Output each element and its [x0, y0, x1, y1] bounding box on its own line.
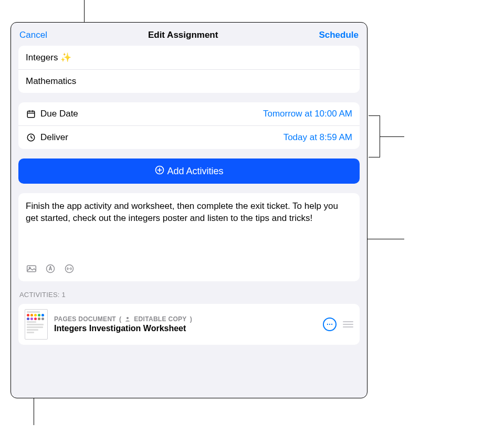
header: Cancel Edit Assignment Schedule [11, 23, 367, 46]
instructions-card: Finish the app activity and worksheet, t… [18, 193, 360, 281]
photo-icon[interactable] [26, 263, 37, 274]
svg-point-15 [327, 324, 328, 325]
assignment-class-field[interactable]: Mathematics [18, 69, 360, 93]
deliver-value: Today at 8:59 AM [284, 132, 352, 143]
schedule-button[interactable]: Schedule [319, 30, 359, 40]
more-button[interactable] [323, 318, 337, 331]
clock-icon [26, 132, 36, 143]
activity-title: Integers Investigation Worksheet [54, 324, 317, 333]
assignment-class-value: Mathematics [26, 76, 76, 86]
svg-line-6 [31, 138, 33, 139]
plus-circle-icon [154, 165, 165, 178]
person-icon [124, 316, 131, 322]
page-title: Edit Assignment [148, 30, 218, 40]
activities-section-label: ACTIVITIES: 1 [19, 291, 359, 299]
svg-rect-0 [27, 111, 35, 118]
schedule-card: Due Date Tomorrow at 10:00 AM Deliver To… [18, 102, 360, 149]
calendar-icon [26, 109, 36, 119]
callout-line-dates [380, 136, 404, 137]
audio-icon[interactable] [64, 263, 75, 274]
assignment-title-value: Integers ✨ [26, 52, 71, 62]
cancel-button[interactable]: Cancel [19, 30, 47, 40]
activity-actions [323, 318, 353, 331]
deliver-row[interactable]: Deliver Today at 8:59 AM [18, 125, 360, 149]
activity-type-label: PAGES DOCUMENT [54, 315, 116, 323]
activity-badge-label: EDITABLE COPY [134, 315, 186, 323]
add-activities-label: Add Activities [167, 166, 223, 177]
svg-point-16 [329, 324, 330, 325]
svg-point-13 [66, 265, 74, 273]
activity-meta: PAGES DOCUMENT ( EDITABLE COPY ) Integer… [54, 315, 317, 333]
due-date-row[interactable]: Due Date Tomorrow at 10:00 AM [18, 102, 360, 125]
due-date-value: Tomorrow at 10:00 AM [263, 109, 352, 119]
instructions-toolbar [26, 263, 352, 274]
drag-handle-icon[interactable] [343, 321, 353, 327]
svg-point-17 [331, 324, 332, 325]
deliver-label: Deliver [40, 132, 68, 143]
activity-thumbnail [25, 309, 48, 340]
assignment-info-card: Integers ✨ Mathematics [18, 46, 360, 93]
edit-assignment-panel: Cancel Edit Assignment Schedule Integers… [10, 22, 368, 398]
activity-row[interactable]: PAGES DOCUMENT ( EDITABLE COPY ) Integer… [18, 304, 360, 345]
due-date-label: Due Date [40, 109, 78, 119]
instructions-field[interactable]: Finish the app activity and worksheet, t… [26, 200, 352, 258]
svg-point-12 [47, 265, 55, 273]
markup-icon[interactable] [45, 263, 56, 274]
callout-bracket-dates [369, 115, 380, 157]
svg-point-14 [127, 317, 129, 319]
assignment-title-field[interactable]: Integers ✨ [18, 46, 360, 69]
add-activities-button[interactable]: Add Activities [18, 158, 360, 184]
